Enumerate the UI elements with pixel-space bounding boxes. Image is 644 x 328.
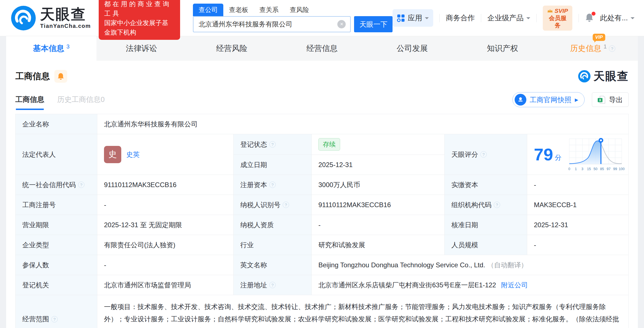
tab-company-development[interactable]: 公司发展	[367, 36, 457, 61]
help-icon[interactable]: ?	[269, 182, 276, 188]
enterprise-products-menu[interactable]: 企业级产品	[487, 13, 530, 23]
monitor-bell-button[interactable]	[54, 70, 67, 83]
enterprise-label: 企业级产品	[487, 13, 524, 23]
slogan-line1: 都在用的商业查询工具	[104, 0, 175, 18]
table-row: 经营范围? 一般项目：技术服务、技术开发、技术咨询、技术交流、技术转让、技术推广…	[16, 295, 628, 328]
establish-date-value: 2025-12-31	[312, 155, 445, 175]
table-row: 企业类型 有限责任公司(法人独资) 行业 研究和试验发展 人员规模 -	[16, 235, 628, 255]
help-icon[interactable]: ?	[609, 45, 615, 52]
svg-text:85: 85	[600, 167, 604, 171]
divider	[481, 14, 481, 22]
status-badge: 存续	[318, 138, 340, 151]
business-info-card: 工商信息 天眼查 工商信息 历史工商信息0	[6, 61, 638, 328]
score-distribution-chart: 0 1 3 15 50 85 97 99 100	[566, 137, 625, 172]
search-area: 查公司 查老板 查关系 查风险 × 天眼一下	[193, 4, 393, 32]
industry-label: 行业	[234, 235, 312, 255]
legal-rep-value: 史 史英	[97, 134, 234, 175]
table-row: 法定代表人 史 史英 登记状态 ? 存续	[16, 134, 628, 175]
stamp-icon	[515, 94, 526, 106]
tab-basic-info[interactable]: 基本信息 3	[6, 36, 96, 61]
official-snapshot-button[interactable]: 工商官网快照 ▶	[512, 92, 585, 107]
bell-icon	[57, 72, 64, 80]
paid-capital-label: 实缴资本	[445, 175, 527, 195]
tianyancha-eye-icon	[578, 70, 591, 83]
legal-rep-avatar[interactable]: 史	[104, 146, 121, 163]
search-input[interactable]	[198, 20, 337, 28]
apps-menu[interactable]: 应用	[393, 9, 433, 27]
taxpayer-id-value: 91110112MAK3ECCB16	[312, 195, 445, 215]
table-row: 统一社会信用代码? 91110112MAK3ECCB16 注册资本? 3000万…	[16, 175, 628, 195]
export-button[interactable]: X 导出	[592, 92, 629, 107]
search-tab-relation[interactable]: 查关系	[254, 4, 284, 16]
credit-code-label: 统一社会信用代码?	[16, 175, 97, 195]
tab-operation-info[interactable]: 经营信息	[277, 36, 367, 61]
slogan-badge: 都在用的商业查询工具 国家中小企业发展子基金旗下机构	[99, 0, 180, 40]
main-nav-tabbar: 基本信息 3 法律诉讼 经营风险 经营信息 公司发展 知识产权 历史信息 VIP…	[6, 36, 638, 61]
tab-operation-risk[interactable]: 经营风险	[187, 36, 277, 61]
business-info-table: 企业名称 北京通州东华科技服务有限公司 法定代表人 史 史英 登记状态 ?	[15, 114, 629, 328]
help-icon[interactable]: ?	[480, 151, 487, 158]
help-icon[interactable]: ?	[494, 202, 500, 208]
clear-icon[interactable]: ×	[337, 20, 346, 28]
chevron-down-icon	[425, 17, 429, 21]
reg-authority-label: 登记机关	[16, 275, 97, 295]
score-value-cell: 79 分	[527, 134, 628, 175]
table-row: 营业期限 2025-12-31 至 无固定期限 纳税人资质 - 核准日期 202…	[16, 215, 628, 235]
crown-icon	[547, 9, 553, 13]
paid-capital-value: -	[527, 175, 628, 195]
tab-history-info[interactable]: 历史信息 VIP 1 ?	[548, 36, 638, 61]
tab-intellectual-property[interactable]: 知识产权	[457, 36, 548, 61]
help-icon[interactable]: ?	[283, 202, 289, 208]
notification-bell-button[interactable]	[585, 13, 594, 23]
score-number: 79	[534, 146, 553, 163]
svip-sub-label: 会员服务	[547, 14, 568, 29]
help-icon[interactable]: ?	[51, 316, 58, 322]
apps-label: 应用	[408, 13, 422, 23]
tianyancha-logo[interactable]: 天眼查 TianYanCha.com	[11, 5, 91, 31]
reg-address-value: 北京市通州区永乐店镇柴厂屯村商业街635号E座一层E1-122 附近公司	[312, 275, 628, 295]
company-name-label: 企业名称	[16, 114, 97, 134]
reg-address-label: 注册地址?	[234, 275, 312, 295]
svip-member-button[interactable]: SVIP 会员服务	[543, 6, 572, 31]
brand-name: 天眼查	[40, 7, 91, 22]
svg-text:50: 50	[594, 167, 597, 171]
help-icon[interactable]: ?	[269, 141, 276, 148]
tab-legal-litigation[interactable]: 法律诉讼	[96, 36, 187, 61]
reg-capital-label: 注册资本?	[234, 175, 312, 195]
help-icon[interactable]: ?	[269, 282, 276, 288]
search-tab-boss[interactable]: 查老板	[223, 4, 254, 16]
auto-translate-note: （自动翻译）	[487, 261, 527, 270]
company-name-value: 北京通州东华科技服务有限公司	[97, 114, 628, 134]
help-icon[interactable]: ?	[78, 182, 84, 188]
brand-domain: TianYanCha.com	[40, 23, 91, 29]
top-header: 天眼查 TianYanCha.com 都在用的商业查询工具 国家中小企业发展子基…	[0, 0, 644, 36]
org-code-value: MAK3ECCB-1	[527, 195, 628, 215]
establish-date-label: 成立日期	[234, 155, 312, 175]
subtab-business-info[interactable]: 工商信息	[15, 95, 44, 110]
search-input-wrap: ×	[193, 16, 351, 32]
business-term-label: 营业期限	[16, 215, 97, 235]
search-button[interactable]: 天眼一下	[354, 16, 393, 32]
legal-rep-name-link[interactable]: 史英	[126, 150, 140, 159]
user-menu[interactable]: 此处有...	[600, 13, 635, 23]
export-label: 导出	[609, 95, 623, 104]
taxpayer-quality-label: 纳税人资质	[234, 215, 312, 235]
english-name-value: Beijing Tongzhou Donghua Technology Serv…	[312, 255, 628, 275]
score-label: 天眼评分 ?	[445, 134, 527, 175]
subtab-history-business-info[interactable]: 历史工商信息0	[57, 95, 105, 110]
search-tabs: 查公司 查老板 查关系 查风险	[193, 4, 393, 16]
search-tab-risk[interactable]: 查风险	[284, 4, 314, 16]
taxpayer-id-label: 纳税人识别号?	[234, 195, 312, 215]
business-cooperation-menu[interactable]: 商务合作	[446, 13, 475, 23]
approval-date-label: 核准日期	[445, 215, 527, 235]
nearby-companies-link[interactable]: 附近公司	[501, 281, 528, 290]
vip-badge: VIP	[593, 34, 605, 41]
top-menu: 应用 商务合作 企业级产品 SVIP 会员服务	[393, 6, 635, 31]
reg-number-value: -	[97, 195, 234, 215]
divider	[536, 14, 537, 22]
tab-count: 1	[604, 43, 607, 50]
industry-value: 研究和试验发展	[312, 235, 445, 255]
business-scope-value: 一般项目：技术服务、技术开发、技术咨询、技术交流、技术转让、技术推广；新材料技术…	[97, 295, 628, 328]
approval-date-value: 2025-12-31	[527, 215, 628, 235]
search-tab-company[interactable]: 查公司	[193, 4, 223, 16]
